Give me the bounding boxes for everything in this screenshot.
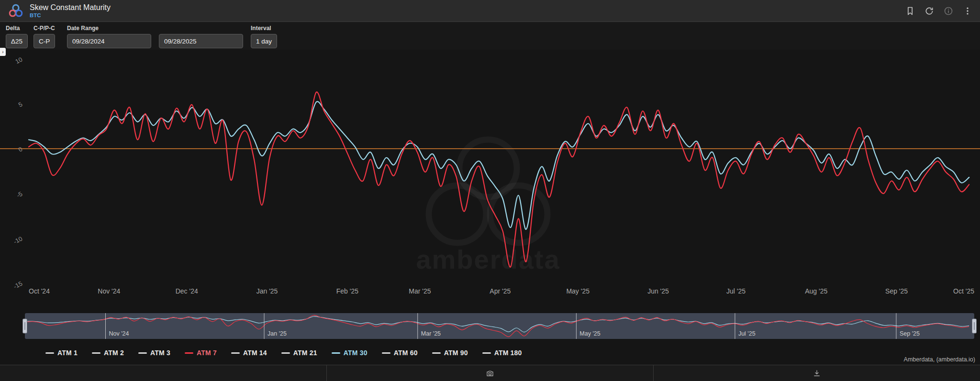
y-axis-label: -15 [12,280,24,290]
info-icon[interactable] [944,6,953,16]
legend-label: ATM 21 [293,349,317,357]
main-chart-canvas[interactable]: amberdata1050-5-10-15Oct '24Nov '24Dec '… [0,43,980,308]
interval-filter-label: Interval [251,25,277,32]
navigator-month-label: Sep '25 [900,330,920,337]
legend-marker [138,352,147,354]
legend-item-atm-1[interactable]: ATM 1 [45,349,78,357]
legend-item-atm-90[interactable]: ATM 90 [432,349,468,357]
header-titles: Skew Constant Maturity BTC [30,3,111,19]
series-atm-7 [29,92,969,267]
x-axis-label: Mar '25 [409,287,431,295]
y-axis-label: 5 [17,100,23,109]
x-axis-label: Oct '25 [953,287,974,295]
legend-label: ATM 60 [394,349,418,357]
bottom-toolbar [0,365,980,381]
legend-label: ATM 7 [197,349,217,357]
x-axis-label: May '25 [566,287,590,295]
legend-label: ATM 14 [243,349,267,357]
legend-marker [382,352,390,354]
navigator-month-label: Jan '25 [267,330,287,337]
x-axis-label: Sep '25 [885,287,908,295]
page-title: Skew Constant Maturity [30,3,111,12]
header-actions [905,6,972,16]
cp-pc-select[interactable]: C-P [33,34,55,48]
delta-filter-label: Delta [6,25,28,32]
legend-marker [281,352,290,354]
legend-label: ATM 3 [150,349,170,357]
attribution-text: Amberdata, (amberdata.io) [904,356,975,363]
delta-select[interactable]: Δ25 [6,34,28,48]
screenshot-button[interactable] [326,365,653,381]
series-legend: ATM 1ATM 2ATM 3ATM 7ATM 14ATM 21ATM 30AT… [45,347,522,359]
x-axis-label: Oct '24 [29,287,50,295]
legend-marker [332,352,340,354]
delta-filter-group: Delta Δ25 [6,25,28,48]
download-button[interactable] [653,365,980,381]
date-range-filter-group: Date Range [67,25,243,48]
refresh-icon[interactable] [924,6,934,16]
x-axis-label: Aug '25 [805,287,827,295]
amberdata-watermark: amberdata [416,140,560,274]
y-axis-label: 10 [14,55,23,65]
y-axis-label: 0 [17,145,23,153]
legend-label: ATM 90 [444,349,468,357]
legend-marker [45,352,54,354]
legend-item-atm-7[interactable]: ATM 7 [185,349,217,357]
legend-label: ATM 2 [104,349,124,357]
asset-label: BTC [30,12,111,19]
skew-constant-maturity-app: Skew Constant Maturity BTC Delta Δ25 [0,0,980,381]
camera-icon [486,369,494,378]
legend-item-atm-60[interactable]: ATM 60 [382,349,418,357]
x-axis-label: Jun '25 [647,287,669,295]
legend-marker [92,352,100,354]
navigator-brush[interactable]: Nov '24Jan '25Mar '25May '25Jul '25Sep '… [0,312,980,340]
x-axis-label: Feb '25 [336,287,358,295]
legend-label: ATM 180 [494,349,522,357]
legend-item-atm-21[interactable]: ATM 21 [281,349,317,357]
legend-item-atm-14[interactable]: ATM 14 [231,349,267,357]
amberdata-logo [8,3,24,19]
series-atm-30 [29,101,969,229]
bookmark-icon[interactable] [905,6,915,16]
legend-marker [231,352,240,354]
x-axis-label: Apr '25 [490,287,511,295]
cp-pc-filter-label: C-P/P-C [33,25,55,32]
panel-expand-handle[interactable]: › [0,48,6,56]
navigator-month-label: Mar '25 [421,330,441,337]
svg-text:amberdata: amberdata [416,244,560,274]
legend-label: ATM 30 [344,349,368,357]
end-date-input[interactable] [159,34,243,48]
filter-bar: Delta Δ25 C-P/P-C C-P Date Range Interva… [0,22,980,50]
date-range-inputs [67,34,243,48]
navigator-month-label: May '25 [579,330,600,337]
x-axis-label: Jan '25 [256,287,278,295]
legend-item-atm-30[interactable]: ATM 30 [332,349,368,357]
x-axis-label: Dec '24 [176,287,198,295]
interval-filter-group: Interval 1 day [251,25,277,48]
navigator-track[interactable] [25,313,974,339]
navigator-month-label: Nov '24 [109,330,129,337]
legend-item-atm-3[interactable]: ATM 3 [138,349,170,357]
y-axis-label: -5 [15,190,23,199]
download-icon [813,369,821,378]
x-axis-label: Jul '25 [726,287,746,295]
date-range-filter-label: Date Range [67,25,243,32]
legend-marker [482,352,491,354]
y-axis-label: -10 [12,235,24,245]
legend-marker [185,352,193,354]
header-bar: Skew Constant Maturity BTC [0,0,980,22]
toolbar-blank-button[interactable] [0,365,326,381]
x-axis-label: Nov '24 [98,287,120,295]
start-date-input[interactable] [67,34,151,48]
kebab-menu-icon[interactable] [963,6,972,16]
navigator-month-label: Jul '25 [738,330,756,337]
legend-item-atm-2[interactable]: ATM 2 [92,349,124,357]
legend-marker [432,352,441,354]
legend-item-atm-180[interactable]: ATM 180 [482,349,522,357]
cp-pc-filter-group: C-P/P-C C-P [33,25,55,48]
interval-select[interactable]: 1 day [251,34,277,48]
legend-label: ATM 1 [57,349,78,357]
